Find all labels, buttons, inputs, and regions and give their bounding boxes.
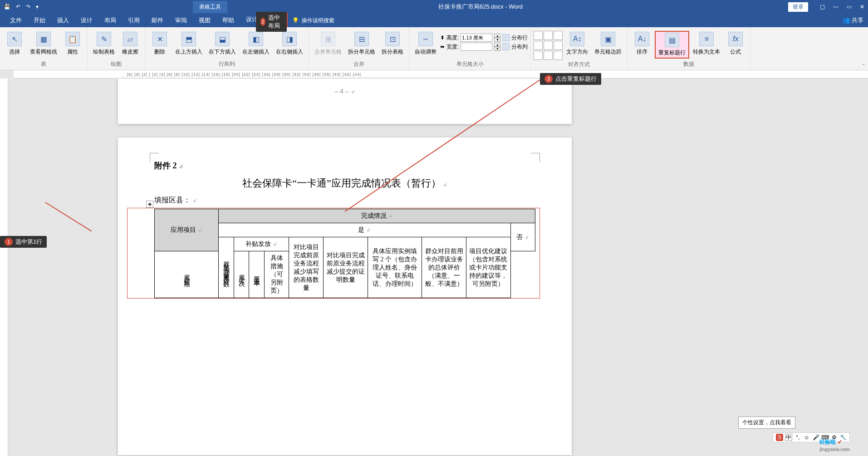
ime-punct-icon[interactable]: °,: [794, 434, 801, 441]
document-area: |6| |4| |2| | |2| |4| |6| |8| |10| |12| …: [0, 70, 868, 456]
dist-cols-label[interactable]: 分布列: [511, 43, 528, 51]
insert-left-button[interactable]: ◧在左侧插入: [240, 31, 272, 57]
login-button[interactable]: 登录: [788, 2, 808, 12]
tab-design[interactable]: 设计: [75, 14, 98, 27]
tell-me-label: 操作说明搜索: [302, 17, 334, 25]
table-move-handle[interactable]: ✥: [146, 201, 153, 208]
delete-icon: ✕: [152, 32, 167, 46]
redo-icon[interactable]: ↷: [26, 4, 30, 10]
collapse-ribbon-icon[interactable]: ⌃: [862, 63, 865, 68]
split-label: 拆分单元格: [348, 48, 375, 56]
eraser-button[interactable]: ▱橡皮擦: [118, 31, 142, 57]
ribbon: ↖选择 ▦查看网格线 📋属性 表 ✎绘制表格 ▱橡皮擦 绘图 ✕删除 ⬒在上方插…: [0, 27, 868, 70]
data-table[interactable]: 应用项目↲ 完成情况↲ 是↲ 否↲ 群众凭卡办理业务累计次数 补贴发放↲ 对比项…: [154, 209, 535, 298]
annotation-arrow-1: [45, 202, 92, 231]
delete-label: 删除: [154, 48, 165, 56]
height-icon: ⬍: [440, 34, 445, 41]
align-tc[interactable]: [544, 31, 553, 40]
vertical-ruler[interactable]: [0, 78, 8, 456]
hdr-yes: 是↲: [219, 223, 511, 237]
group-data: A↓排序 ▤重复标题行 ≡转换为文本 fx公式 数据: [628, 27, 750, 70]
view-gridlines-button[interactable]: ▦查看网格线: [27, 31, 60, 57]
select-button[interactable]: ↖选择: [3, 31, 26, 57]
tab-insert[interactable]: 插入: [52, 14, 74, 27]
page-current[interactable]: 附件 2↲ 社会保障卡“一卡通”应用完成情况表（暂行）↲ 填报区县：↲ ✥ 应用…: [118, 137, 572, 455]
height-input[interactable]: [461, 34, 492, 42]
to-text-label: 转换为文本: [693, 48, 720, 56]
tell-me-search[interactable]: 💡 操作说明搜索: [292, 17, 334, 25]
ime-mode[interactable]: 中: [785, 434, 792, 441]
save-icon[interactable]: 💾: [4, 4, 10, 10]
group-draw-label: 绘图: [90, 59, 142, 69]
align-mr[interactable]: [554, 41, 563, 50]
table-wrapper: ✥ 应用项目↲ 完成情况↲ 是↲ 否↲ 群众凭卡办理业务累计次数 补贴发放↲ 对…: [154, 209, 535, 298]
maximize-icon[interactable]: ▭: [847, 4, 852, 10]
group-merge: ⊞合并单元格 ⊟拆分单元格 ⊡拆分表格 合并: [309, 27, 409, 70]
split-icon: ⊟: [354, 32, 369, 46]
formula-label: 公式: [730, 48, 741, 56]
align-tr[interactable]: [554, 31, 563, 40]
ins-left-label: 在左侧插入: [242, 48, 270, 56]
ime-emoji-icon[interactable]: ☺: [803, 434, 810, 441]
properties-button[interactable]: 📋属性: [61, 31, 84, 57]
height-spinner[interactable]: ▲▼: [494, 34, 500, 42]
repeat-header-button[interactable]: ▤重复标题行: [655, 31, 689, 59]
document-heading: 社会保障卡“一卡通”应用完成情况表（暂行）↲: [154, 177, 535, 190]
tab-layout[interactable]: 布局: [99, 14, 122, 27]
ime-mic-icon[interactable]: 🎤: [812, 434, 819, 441]
col-width: ⬌ 宽度: ▲▼ 分布列: [440, 43, 528, 51]
align-tl[interactable]: [534, 31, 543, 40]
undo-icon[interactable]: ↶: [16, 4, 20, 10]
autofit-button[interactable]: ↔自动调整: [412, 31, 439, 57]
cell-margin-label: 单元格边距: [594, 48, 622, 56]
ribbon-display-icon[interactable]: ▢: [820, 4, 825, 10]
align-bl[interactable]: [534, 51, 543, 60]
callout-2: 2 选中布局: [256, 12, 287, 32]
tab-review[interactable]: 审阅: [170, 14, 192, 27]
width-spinner[interactable]: ▲▼: [494, 43, 500, 51]
dist-cols-icon[interactable]: [502, 43, 510, 50]
tab-table-layout[interactable]: 布局 2 选中布局: [263, 13, 288, 28]
tab-file[interactable]: 文件: [5, 14, 27, 27]
draw-table-button[interactable]: ✎绘制表格: [90, 31, 118, 57]
width-input[interactable]: [461, 43, 492, 51]
align-ml[interactable]: [534, 41, 543, 50]
width-icon: ⬌: [440, 44, 445, 50]
formula-button[interactable]: fx公式: [724, 31, 747, 57]
split-cells-button[interactable]: ⊟拆分单元格: [345, 31, 378, 57]
share-button[interactable]: 👥 共享: [843, 16, 863, 25]
insert-above-button[interactable]: ⬒在上方插入: [172, 31, 205, 57]
insert-right-button[interactable]: ◨在右侧插入: [273, 31, 306, 57]
close-icon[interactable]: ✕: [860, 4, 864, 10]
align-br[interactable]: [554, 51, 563, 60]
width-label: 宽度:: [446, 43, 459, 51]
text-direction-button[interactable]: A↕文字方向: [564, 31, 591, 57]
insert-below-button[interactable]: ⬓在下方插入: [206, 31, 239, 57]
tab-view[interactable]: 视图: [193, 14, 216, 27]
dist-rows-label[interactable]: 分布行: [511, 34, 528, 42]
sort-button[interactable]: A↓排序: [630, 31, 654, 57]
convert-to-text-button[interactable]: ≡转换为文本: [690, 31, 723, 57]
tab-home[interactable]: 开始: [28, 14, 51, 27]
tab-help[interactable]: 帮助: [217, 14, 240, 27]
align-bc[interactable]: [544, 51, 553, 60]
qat-dropdown-icon[interactable]: ▾: [36, 4, 39, 10]
tab-references[interactable]: 引用: [123, 14, 145, 27]
col-app-project: 应用项目↲: [155, 209, 219, 251]
alignment-grid: [534, 31, 563, 60]
split-table-label: 拆分表格: [382, 48, 403, 56]
personalization-tip[interactable]: 个性设置，点我看看: [738, 417, 795, 429]
minimize-icon[interactable]: —: [833, 4, 839, 10]
delete-button[interactable]: ✕删除: [148, 31, 172, 57]
horizontal-ruler[interactable]: |6| |4| |2| | |2| |4| |6| |8| |10| |12| …: [14, 70, 868, 78]
tab-mail[interactable]: 邮件: [146, 14, 169, 27]
pages: – 4 –↲ 附件 2↲ 社会保障卡“一卡通”应用完成情况表（暂行）↲ 填报区县…: [118, 78, 572, 455]
merge-cells-button: ⊞合并单元格: [312, 31, 344, 57]
cell-margin-icon: ▣: [601, 32, 615, 46]
cell-margins-button[interactable]: ▣单元格边距: [592, 31, 624, 57]
split-table-button[interactable]: ⊡拆分表格: [379, 31, 406, 57]
dist-rows-icon[interactable]: [502, 34, 510, 41]
formula-icon: fx: [728, 32, 743, 46]
eraser-icon: ▱: [123, 32, 137, 46]
align-mc[interactable]: [544, 41, 553, 50]
